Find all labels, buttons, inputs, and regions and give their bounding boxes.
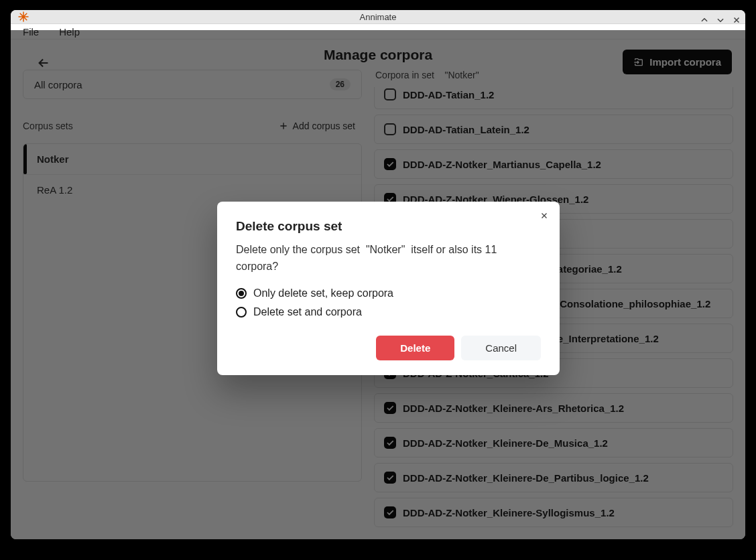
radio-delete-corpora[interactable]: Delete set and corpora xyxy=(236,306,541,318)
app-window: Annimate File Help Manage corpora xyxy=(11,10,745,539)
delete-set-modal: Delete corpus set Delete only the corpus… xyxy=(217,202,560,375)
modal-radio-group: Only delete set, keep corpora Delete set… xyxy=(236,287,541,318)
modal-body: Delete only the corpus set "Notker" itse… xyxy=(236,242,541,275)
minimize-icon[interactable] xyxy=(700,15,709,25)
close-icon[interactable] xyxy=(732,15,741,25)
radio-keep-label: Only delete set, keep corpora xyxy=(253,287,393,299)
radio-icon xyxy=(236,307,247,318)
titlebar: Annimate xyxy=(11,10,745,24)
modal-actions: Delete Cancel xyxy=(236,336,541,360)
delete-button[interactable]: Delete xyxy=(376,336,454,360)
radio-delete-label: Delete set and corpora xyxy=(253,306,362,318)
cancel-button[interactable]: Cancel xyxy=(461,336,541,360)
close-icon xyxy=(540,211,549,220)
maximize-icon[interactable] xyxy=(716,15,725,25)
window-title: Annimate xyxy=(11,12,745,22)
app-icon xyxy=(17,11,29,23)
radio-icon xyxy=(236,288,247,299)
desktop-frame: Annimate File Help Manage corpora xyxy=(0,0,756,560)
modal-title: Delete corpus set xyxy=(236,219,541,234)
radio-keep-corpora[interactable]: Only delete set, keep corpora xyxy=(236,287,541,299)
modal-close-button[interactable] xyxy=(537,208,552,223)
